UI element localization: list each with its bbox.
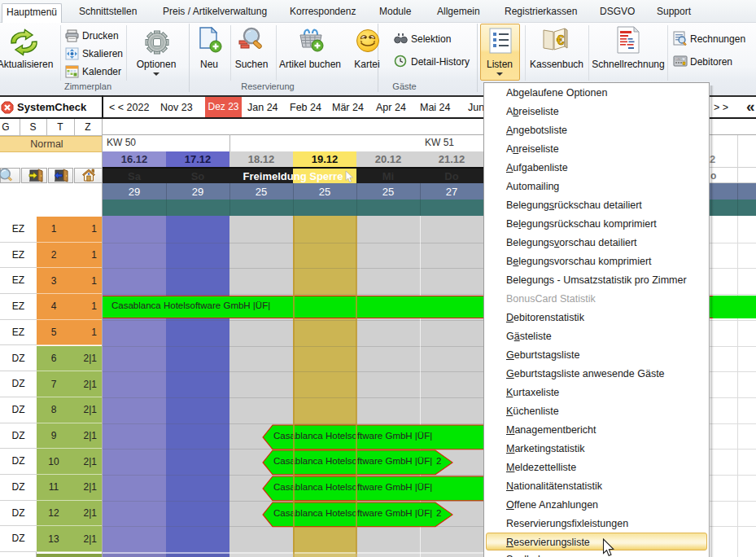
svg-text:€: € [557, 33, 565, 48]
svg-text:0845: 0845 [676, 58, 683, 61]
